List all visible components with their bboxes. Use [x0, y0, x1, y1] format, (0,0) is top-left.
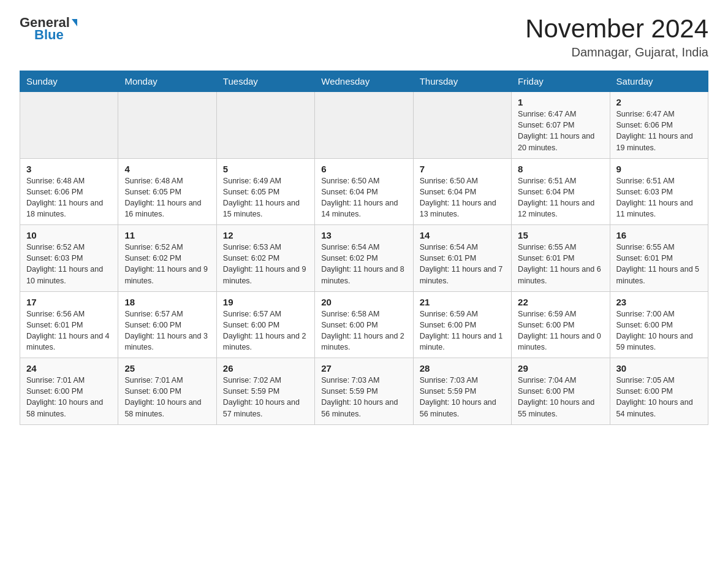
- logo: General Blue: [20, 15, 77, 43]
- calendar-cell: 15Sunrise: 6:55 AMSunset: 6:01 PMDayligh…: [512, 225, 610, 292]
- calendar-cell: 7Sunrise: 6:50 AMSunset: 6:04 PMDaylight…: [413, 158, 511, 225]
- calendar-cell: 30Sunrise: 7:05 AMSunset: 6:00 PMDayligh…: [610, 358, 708, 425]
- calendar-cell: 14Sunrise: 6:54 AMSunset: 6:01 PMDayligh…: [413, 225, 511, 292]
- calendar-cell: 21Sunrise: 6:59 AMSunset: 6:00 PMDayligh…: [413, 291, 511, 358]
- calendar-cell: 6Sunrise: 6:50 AMSunset: 6:04 PMDaylight…: [315, 158, 413, 225]
- day-number: 11: [124, 230, 210, 240]
- calendar-table: SundayMondayTuesdayWednesdayThursdayFrid…: [20, 71, 708, 425]
- day-number: 24: [26, 363, 112, 373]
- logo-triangle-icon: [72, 19, 77, 26]
- day-info: Sunrise: 6:57 AMSunset: 6:00 PMDaylight:…: [223, 308, 308, 353]
- day-info: Sunrise: 6:49 AMSunset: 6:05 PMDaylight:…: [223, 175, 308, 220]
- day-info: Sunrise: 6:50 AMSunset: 6:04 PMDaylight:…: [321, 175, 406, 220]
- page-header: General Blue November 2024 Damnagar, Guj…: [20, 15, 708, 59]
- calendar-cell: 9Sunrise: 6:51 AMSunset: 6:03 PMDaylight…: [610, 158, 708, 225]
- calendar-cell: 13Sunrise: 6:54 AMSunset: 6:02 PMDayligh…: [315, 225, 413, 292]
- day-number: 8: [518, 164, 603, 174]
- calendar-header-wednesday: Wednesday: [315, 71, 413, 92]
- calendar-cell: 25Sunrise: 7:01 AMSunset: 6:00 PMDayligh…: [118, 358, 216, 425]
- day-info: Sunrise: 7:03 AMSunset: 5:59 PMDaylight:…: [420, 375, 505, 419]
- day-number: 16: [616, 230, 702, 240]
- day-info: Sunrise: 6:54 AMSunset: 6:01 PMDaylight:…: [420, 242, 505, 286]
- day-number: 23: [616, 297, 702, 307]
- day-number: 15: [518, 230, 603, 240]
- day-number: 27: [321, 363, 406, 373]
- day-info: Sunrise: 6:59 AMSunset: 6:00 PMDaylight:…: [518, 308, 603, 353]
- day-number: 29: [518, 363, 603, 373]
- day-number: 22: [518, 297, 603, 307]
- day-info: Sunrise: 6:50 AMSunset: 6:04 PMDaylight:…: [420, 175, 505, 220]
- calendar-cell: 20Sunrise: 6:58 AMSunset: 6:00 PMDayligh…: [315, 291, 413, 358]
- calendar-header-monday: Monday: [118, 71, 216, 92]
- day-number: 6: [321, 164, 406, 174]
- day-info: Sunrise: 7:03 AMSunset: 5:59 PMDaylight:…: [321, 375, 406, 419]
- day-number: 2: [616, 97, 702, 107]
- day-info: Sunrise: 7:01 AMSunset: 6:00 PMDaylight:…: [26, 375, 112, 419]
- day-number: 1: [518, 97, 603, 107]
- calendar-week-row: 10Sunrise: 6:52 AMSunset: 6:03 PMDayligh…: [20, 225, 708, 292]
- day-info: Sunrise: 6:52 AMSunset: 6:03 PMDaylight:…: [26, 242, 112, 286]
- day-number: 28: [420, 363, 505, 373]
- calendar-week-row: 1Sunrise: 6:47 AMSunset: 6:07 PMDaylight…: [20, 92, 708, 159]
- day-info: Sunrise: 6:52 AMSunset: 6:02 PMDaylight:…: [124, 242, 210, 286]
- calendar-cell: 1Sunrise: 6:47 AMSunset: 6:07 PMDaylight…: [512, 92, 610, 159]
- day-info: Sunrise: 6:47 AMSunset: 6:07 PMDaylight:…: [518, 109, 603, 153]
- day-number: 18: [124, 297, 210, 307]
- calendar-cell: 8Sunrise: 6:51 AMSunset: 6:04 PMDaylight…: [512, 158, 610, 225]
- day-info: Sunrise: 7:02 AMSunset: 5:59 PMDaylight:…: [223, 375, 308, 419]
- calendar-cell: [118, 92, 216, 159]
- day-info: Sunrise: 6:55 AMSunset: 6:01 PMDaylight:…: [616, 242, 702, 286]
- day-number: 12: [223, 230, 308, 240]
- title-block: November 2024 Damnagar, Gujarat, India: [525, 15, 708, 59]
- calendar-cell: 27Sunrise: 7:03 AMSunset: 5:59 PMDayligh…: [315, 358, 413, 425]
- calendar-cell: 28Sunrise: 7:03 AMSunset: 5:59 PMDayligh…: [413, 358, 511, 425]
- calendar-cell: [315, 92, 413, 159]
- day-info: Sunrise: 6:53 AMSunset: 6:02 PMDaylight:…: [223, 242, 308, 286]
- day-info: Sunrise: 6:55 AMSunset: 6:01 PMDaylight:…: [518, 242, 603, 286]
- day-info: Sunrise: 6:54 AMSunset: 6:02 PMDaylight:…: [321, 242, 406, 286]
- calendar-cell: 4Sunrise: 6:48 AMSunset: 6:05 PMDaylight…: [118, 158, 216, 225]
- calendar-cell: 16Sunrise: 6:55 AMSunset: 6:01 PMDayligh…: [610, 225, 708, 292]
- day-number: 13: [321, 230, 406, 240]
- day-info: Sunrise: 7:00 AMSunset: 6:00 PMDaylight:…: [616, 308, 702, 353]
- calendar-cell: 22Sunrise: 6:59 AMSunset: 6:00 PMDayligh…: [512, 291, 610, 358]
- calendar-cell: 17Sunrise: 6:56 AMSunset: 6:01 PMDayligh…: [20, 291, 118, 358]
- day-info: Sunrise: 7:04 AMSunset: 6:00 PMDaylight:…: [518, 375, 603, 419]
- day-number: 4: [124, 164, 210, 174]
- calendar-header-saturday: Saturday: [610, 71, 708, 92]
- day-info: Sunrise: 6:47 AMSunset: 6:06 PMDaylight:…: [616, 109, 702, 153]
- day-number: 30: [616, 363, 702, 373]
- day-number: 20: [321, 297, 406, 307]
- day-info: Sunrise: 6:58 AMSunset: 6:00 PMDaylight:…: [321, 308, 406, 353]
- day-info: Sunrise: 6:56 AMSunset: 6:01 PMDaylight:…: [26, 308, 112, 353]
- day-number: 5: [223, 164, 308, 174]
- calendar-cell: 29Sunrise: 7:04 AMSunset: 6:00 PMDayligh…: [512, 358, 610, 425]
- calendar-cell: 18Sunrise: 6:57 AMSunset: 6:00 PMDayligh…: [118, 291, 216, 358]
- day-number: 19: [223, 297, 308, 307]
- calendar-header-tuesday: Tuesday: [216, 71, 314, 92]
- day-number: 7: [420, 164, 505, 174]
- day-info: Sunrise: 6:48 AMSunset: 6:05 PMDaylight:…: [124, 175, 210, 220]
- calendar-week-row: 17Sunrise: 6:56 AMSunset: 6:01 PMDayligh…: [20, 291, 708, 358]
- day-info: Sunrise: 6:51 AMSunset: 6:03 PMDaylight:…: [616, 175, 702, 220]
- day-number: 9: [616, 164, 702, 174]
- calendar-cell: [216, 92, 314, 159]
- calendar-cell: 23Sunrise: 7:00 AMSunset: 6:00 PMDayligh…: [610, 291, 708, 358]
- day-number: 21: [420, 297, 505, 307]
- calendar-header-thursday: Thursday: [413, 71, 511, 92]
- day-info: Sunrise: 6:57 AMSunset: 6:00 PMDaylight:…: [124, 308, 210, 353]
- calendar-cell: 11Sunrise: 6:52 AMSunset: 6:02 PMDayligh…: [118, 225, 216, 292]
- calendar-cell: 3Sunrise: 6:48 AMSunset: 6:06 PMDaylight…: [20, 158, 118, 225]
- day-number: 10: [26, 230, 112, 240]
- calendar-cell: 2Sunrise: 6:47 AMSunset: 6:06 PMDaylight…: [610, 92, 708, 159]
- calendar-cell: 24Sunrise: 7:01 AMSunset: 6:00 PMDayligh…: [20, 358, 118, 425]
- day-info: Sunrise: 6:51 AMSunset: 6:04 PMDaylight:…: [518, 175, 603, 220]
- calendar-week-row: 3Sunrise: 6:48 AMSunset: 6:06 PMDaylight…: [20, 158, 708, 225]
- day-number: 25: [124, 363, 210, 373]
- day-number: 14: [420, 230, 505, 240]
- day-info: Sunrise: 6:48 AMSunset: 6:06 PMDaylight:…: [26, 175, 112, 220]
- location-subtitle: Damnagar, Gujarat, India: [525, 45, 708, 59]
- calendar-cell: [413, 92, 511, 159]
- calendar-header-row: SundayMondayTuesdayWednesdayThursdayFrid…: [20, 71, 708, 92]
- day-info: Sunrise: 7:01 AMSunset: 6:00 PMDaylight:…: [124, 375, 210, 419]
